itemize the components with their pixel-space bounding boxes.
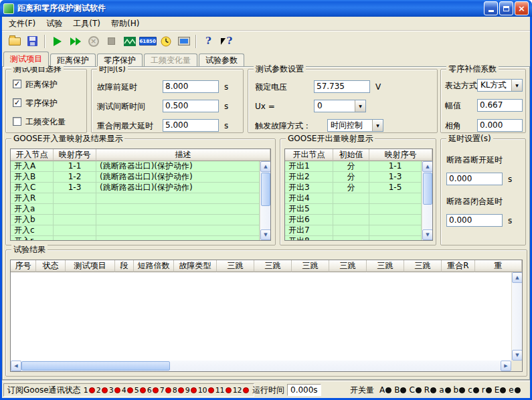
table-row[interactable]: 开出3分1-5: [285, 183, 422, 193]
table-row[interactable]: 开出8: [285, 236, 422, 240]
test-interval-label: 测试间断时间: [97, 102, 145, 111]
cell: 1-2: [54, 172, 96, 183]
table-row[interactable]: 开入R: [11, 193, 260, 204]
breaker-open-delay-input[interactable]: 0.000: [446, 173, 503, 185]
scroll-down-button[interactable]: ▼: [260, 229, 271, 240]
ux-select[interactable]: 0 ▼: [314, 100, 366, 112]
menu-tools[interactable]: 工具(T): [68, 17, 106, 31]
menu-file[interactable]: 文件(F): [3, 17, 41, 31]
runtime-label: 运行时间: [252, 385, 284, 396]
vertical-scrollbar[interactable]: ▲ ▼: [260, 161, 270, 240]
scroll-left-button[interactable]: ◀: [11, 361, 21, 371]
tab-test-items[interactable]: 测试项目: [3, 52, 49, 67]
expression-mode-select[interactable]: KL方式 ▼: [477, 79, 523, 92]
table-row[interactable]: 开入c: [11, 225, 260, 236]
monitor-button[interactable]: [175, 33, 193, 49]
checkbox-zeroseq-protection[interactable]: ✓: [13, 98, 21, 107]
waveform-button[interactable]: [120, 33, 139, 49]
channel-status-dot: [243, 387, 249, 393]
menu-test[interactable]: 试验: [41, 17, 68, 31]
table-body: [11, 272, 511, 361]
run-continuous-button[interactable]: [66, 33, 84, 49]
channel-status-dot: [102, 387, 108, 393]
scroll-right-button[interactable]: ▶: [501, 361, 511, 371]
table-row[interactable]: 开入a: [11, 204, 260, 215]
timer-button[interactable]: [157, 33, 175, 49]
run-button[interactable]: [48, 33, 66, 49]
table-row[interactable]: 开出7: [285, 225, 422, 236]
cell: [333, 193, 369, 204]
horizontal-scrollbar[interactable]: ◀ ▶: [11, 361, 511, 371]
angle-input[interactable]: 0.000: [477, 119, 523, 132]
open-button[interactable]: [5, 33, 23, 49]
goose-channel: 11: [215, 386, 232, 395]
cell: (跳断路器出口)(保护动作): [96, 183, 260, 193]
play-icon: [54, 37, 62, 46]
tab-test-parameters[interactable]: 试验参数: [199, 54, 244, 66]
channel-number: 6: [147, 386, 152, 395]
prefault-delay-label: 故障前延时: [97, 82, 137, 92]
abort-button[interactable]: ×: [84, 33, 102, 49]
channel-status-dot: [89, 387, 95, 393]
test-interval-input[interactable]: 0.500: [163, 100, 219, 112]
switch-status-panel: A B C R a b c r E e: [379, 383, 523, 397]
dropdown-arrow-icon[interactable]: ▼: [511, 80, 522, 91]
vertical-scrollbar[interactable]: ▲ ▼: [422, 161, 432, 240]
reclose-max-delay-input[interactable]: 5.000: [163, 119, 219, 132]
dropdown-arrow-icon[interactable]: ▼: [372, 120, 383, 131]
channel-status-dot: [127, 387, 133, 393]
scrollbar-thumb[interactable]: [261, 173, 270, 206]
scroll-down-button[interactable]: ▼: [422, 229, 433, 240]
maximize-button[interactable]: [499, 1, 513, 15]
scrollbar-thumb[interactable]: [21, 361, 170, 371]
dropdown-arrow-icon[interactable]: ▼: [355, 100, 365, 112]
toolbar-separator: [44, 35, 46, 48]
save-button[interactable]: [23, 33, 41, 49]
breaker-close-delay-input[interactable]: 0.000: [446, 214, 503, 227]
prefault-delay-input[interactable]: 8.000: [163, 80, 219, 93]
table-row[interactable]: 开出5: [285, 204, 422, 215]
checkbox-label: 工频变化量: [25, 117, 66, 126]
scroll-up-button[interactable]: ▲: [512, 272, 523, 283]
trigger-mode-select[interactable]: 时间控制 ▼: [327, 119, 383, 132]
iec61850-button[interactable]: 61850: [139, 33, 157, 49]
zeroseq-coef-group: 零序补偿系数 表达方式 KL方式 ▼ 幅值 0.667 相角 0.000: [440, 69, 526, 133]
iec61850-icon: 61850: [139, 37, 157, 45]
table-row[interactable]: 开入C1-3(跳断路器出口)(保护动作): [11, 183, 260, 193]
column-header: 开出节点: [285, 149, 333, 161]
checkbox-power-freq[interactable]: [13, 117, 21, 126]
column-header: 三跳: [217, 260, 254, 272]
table-row[interactable]: 开出6: [285, 215, 422, 225]
scroll-up-button[interactable]: ▲: [422, 161, 433, 172]
scrollbar-thumb[interactable]: [423, 173, 432, 205]
cell: 开出2: [285, 172, 333, 183]
table-row[interactable]: 开入b: [11, 215, 260, 225]
app-window: 距离和零序保护测试软件 × 文件(F) 试验 工具(T) 帮助(H) × 618…: [0, 0, 532, 400]
checkbox-distance-protection[interactable]: ✓: [13, 80, 21, 88]
scroll-down-button[interactable]: ▼: [512, 350, 523, 361]
tab-distance-protection[interactable]: 距离保护: [50, 54, 96, 66]
stop-button[interactable]: [102, 33, 120, 49]
menu-help[interactable]: 帮助(H): [106, 17, 145, 31]
scroll-up-button[interactable]: ▲: [260, 161, 271, 172]
table-row[interactable]: 开出2分1-3: [285, 172, 422, 183]
group-title: 试验结果: [11, 245, 48, 255]
table-row[interactable]: 开出1分1-1: [285, 161, 422, 172]
switch-indicator: a: [439, 385, 450, 395]
rated-voltage-input[interactable]: 57.735: [314, 80, 370, 93]
close-button[interactable]: ×: [515, 1, 529, 15]
help-button[interactable]: ?: [199, 33, 217, 49]
table-row[interactable]: 开入A1-1(跳断路器出口)(保护动作): [11, 161, 260, 172]
tab-zero-seq-protection[interactable]: 零序保护: [97, 54, 143, 66]
vertical-scrollbar[interactable]: ▲ ▼: [511, 272, 522, 361]
tab-power-freq-variation[interactable]: 工频变化量: [144, 54, 197, 66]
waveform-icon: [124, 37, 136, 46]
amplitude-input[interactable]: 0.667: [477, 99, 523, 112]
table-row[interactable]: 开出4: [285, 193, 422, 204]
table-row[interactable]: 开入B1-2(跳断路器出口)(保护动作): [11, 172, 260, 183]
minimize-button[interactable]: [484, 1, 498, 15]
test-select-group: 测试项目选择 ✓ 距离保护 ✓ 零序保护 工频变化量: [5, 69, 87, 133]
context-help-button[interactable]: ?: [217, 33, 236, 49]
switch-letter: B: [394, 385, 400, 395]
table-row[interactable]: 开入r: [11, 236, 260, 240]
